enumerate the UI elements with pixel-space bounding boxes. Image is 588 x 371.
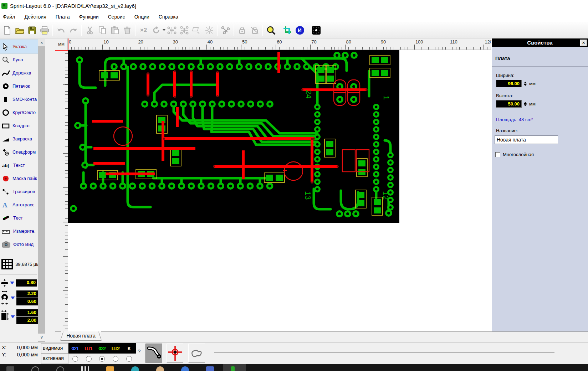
scroll-up-arrow[interactable]: ∧ <box>38 39 45 46</box>
mirror-vertical-button[interactable] <box>178 24 190 36</box>
smd-size-icon <box>1 310 9 324</box>
tool-autoroute[interactable]: AАвтотрасс <box>0 198 38 211</box>
tool-photo-view[interactable]: Фото Вид <box>0 238 38 251</box>
cut-button[interactable] <box>83 24 96 36</box>
delete-button[interactable] <box>121 24 133 36</box>
layer-f2[interactable]: Ф2 <box>96 343 109 354</box>
start-icon[interactable] <box>6 366 14 371</box>
track-width-value[interactable]: 0.80 <box>16 279 37 287</box>
menu-item[interactable]: Функции <box>79 14 99 20</box>
show-connections-button[interactable] <box>145 344 162 363</box>
layer-radio-s1[interactable] <box>82 354 96 364</box>
sidebar-scrollbar[interactable]: ∧ ∨ <box>38 39 45 343</box>
scroll-down-arrow[interactable]: ∨ <box>38 334 45 341</box>
track-width-dropdown[interactable] <box>10 282 14 284</box>
tool-pointer[interactable]: Указка <box>0 40 38 53</box>
tool-circle[interactable]: Круг/Секто <box>0 106 38 119</box>
freeform-button[interactable] <box>188 344 205 363</box>
layer-radio-f2[interactable] <box>96 354 109 364</box>
taskview-icon[interactable] <box>56 366 64 371</box>
tool-smd-pad[interactable]: SMD-Конта <box>0 93 38 106</box>
menu-item[interactable]: Опции <box>134 14 149 20</box>
rotate-dropdown-arrow[interactable] <box>163 29 165 31</box>
pcb-canvas[interactable]: 24 13 1 12 <box>68 50 491 331</box>
mirror-horizontal-button[interactable] <box>165 24 178 36</box>
multilayer-checkbox[interactable] <box>495 152 500 157</box>
tool-test[interactable]: Тест <box>0 211 38 225</box>
tool-pad[interactable]: Пятачок <box>0 79 38 93</box>
pad-outer-value[interactable]: 2.20 <box>16 290 38 298</box>
board-snap-button[interactable] <box>281 24 293 36</box>
tool-special-form[interactable]: Спецформ <box>0 145 38 159</box>
width-spinner[interactable] <box>524 81 527 87</box>
paste-button[interactable] <box>108 24 121 36</box>
word-icon[interactable] <box>206 366 214 371</box>
unlock-button[interactable] <box>248 24 261 36</box>
new-file-button[interactable] <box>1 24 13 36</box>
board-width-field[interactable]: 96.00 <box>496 80 522 87</box>
pad-size-dropdown[interactable] <box>11 297 15 299</box>
search-icon[interactable] <box>31 366 39 371</box>
open-file-button[interactable] <box>13 24 26 36</box>
menu-item[interactable]: Действия <box>24 14 46 20</box>
info-button[interactable]: И <box>293 24 306 36</box>
menu-item[interactable]: Файл <box>3 14 15 20</box>
layer-radio-s2[interactable] <box>109 354 122 364</box>
layer-k[interactable]: К <box>122 343 136 354</box>
layer-help[interactable]: ? <box>138 348 140 354</box>
v-ruler-cursor <box>55 50 68 51</box>
browser-icon[interactable] <box>156 366 164 371</box>
photo-mask-button[interactable] <box>310 24 322 36</box>
undo-button[interactable] <box>55 24 67 36</box>
layer-f1[interactable]: Ф1 <box>68 343 82 354</box>
smd-size-dropdown[interactable] <box>11 315 15 318</box>
tool-rectangle[interactable]: Квадрат <box>0 119 38 132</box>
properties-title-bar[interactable]: Свойства × <box>492 38 588 47</box>
rotate-button[interactable] <box>150 24 162 36</box>
multilayer-option[interactable]: Многослойная <box>492 144 588 157</box>
teams-icon[interactable] <box>131 366 139 371</box>
center-elements-button[interactable] <box>203 24 215 36</box>
layer-s1[interactable]: Ш1 <box>82 343 96 354</box>
layer-s2[interactable]: Ш2 <box>109 343 122 354</box>
explorer-icon[interactable] <box>106 366 114 371</box>
tool-sidebar: Указка Лупа Дорожка Пятачок SMD-Конта Кр… <box>0 38 46 342</box>
smd-size-setting: 1.60 2.00 <box>1 309 38 324</box>
widgets-icon[interactable] <box>81 366 89 371</box>
layer-radio-k[interactable] <box>122 354 136 364</box>
tool-zoom[interactable]: Лупа <box>0 53 38 66</box>
board-name-input[interactable]: Новая плата <box>495 135 558 144</box>
zoom-tool-button[interactable] <box>265 24 277 36</box>
layer-radio-f1[interactable] <box>68 354 82 364</box>
redo-button[interactable] <box>67 24 80 36</box>
tool-solder-mask[interactable]: Маска пайк <box>0 172 38 185</box>
board-height-field[interactable]: 50.00 <box>496 100 522 108</box>
tool-text[interactable]: ab|Текст <box>0 159 38 172</box>
toolbar-separator <box>135 25 136 36</box>
print-button[interactable] <box>38 24 51 36</box>
sprint-layout-taskbar-icon[interactable] <box>231 366 235 371</box>
copy-button[interactable] <box>96 24 108 36</box>
tool-polygon-fill[interactable]: Закраска <box>0 132 38 145</box>
pad-hole-value[interactable]: 0.60 <box>16 298 38 305</box>
board-tab[interactable]: Новая плата <box>61 331 101 341</box>
menu-item[interactable]: Плата <box>56 14 70 20</box>
menu-item[interactable]: Сервис <box>108 14 125 20</box>
tool-measure[interactable]: Измерите. <box>0 225 38 238</box>
crosshair-button[interactable] <box>167 344 183 363</box>
grid-setting[interactable]: 39,6875 μм <box>1 259 38 269</box>
tool-routing[interactable]: Трассиров <box>0 185 38 198</box>
connections-button[interactable] <box>219 24 232 36</box>
smd-width-value[interactable]: 1.60 <box>16 309 38 316</box>
smd-height-value[interactable]: 2.00 <box>16 317 38 324</box>
duplicate-button[interactable]: ×2 <box>137 24 150 36</box>
tool-track[interactable]: Дорожка <box>0 66 38 79</box>
lock-button[interactable] <box>236 24 248 36</box>
menu-item[interactable]: Справка <box>159 14 178 20</box>
close-icon[interactable]: × <box>580 40 587 46</box>
height-spinner[interactable] <box>524 101 527 107</box>
edge-icon[interactable] <box>181 366 189 371</box>
x-value: 0,000 мм <box>17 345 38 350</box>
transform-button[interactable] <box>190 24 203 36</box>
save-button[interactable] <box>26 24 38 36</box>
